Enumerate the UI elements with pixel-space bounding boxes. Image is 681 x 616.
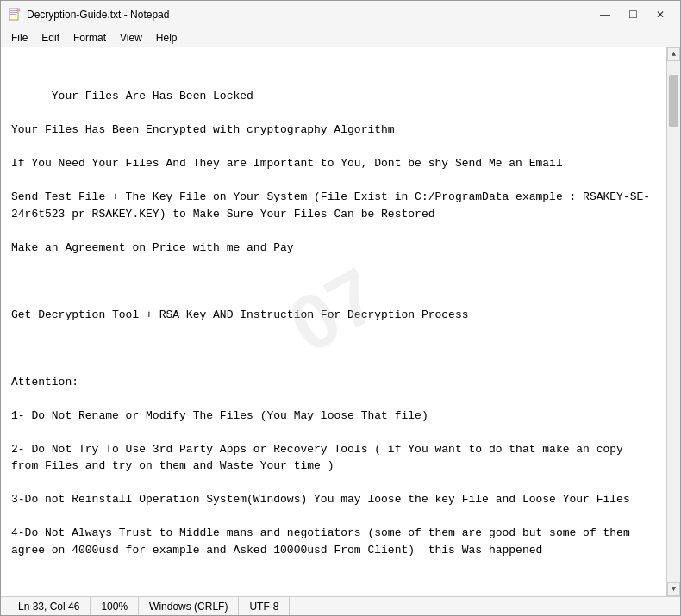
minimize-button[interactable]: — (592, 5, 618, 24)
title-bar-left: Decryption-Guide.txt - Notepad (8, 8, 169, 22)
line-ending-status: Windows (CRLF) (139, 597, 239, 615)
menu-view[interactable]: View (113, 30, 149, 46)
close-button[interactable]: ✕ (647, 5, 673, 24)
svg-rect-3 (10, 14, 16, 15)
window-title: Decryption-Guide.txt - Notepad (27, 9, 169, 21)
menu-edit[interactable]: Edit (34, 30, 66, 46)
svg-rect-1 (10, 10, 17, 11)
menu-file[interactable]: File (4, 30, 34, 46)
document-text: Your Files Are Has Been Locked Your File… (11, 90, 650, 596)
menu-help[interactable]: Help (149, 30, 184, 46)
svg-rect-4 (17, 9, 20, 11)
menu-bar: File Edit Format View Help (1, 28, 680, 47)
line-col-status: Ln 33, Col 46 (8, 597, 91, 615)
content-area: 07 Your Files Are Has Been Locked Your F… (1, 47, 680, 596)
menu-format[interactable]: Format (66, 30, 113, 46)
notepad-icon (8, 8, 22, 22)
scroll-up-arrow[interactable]: ▲ (667, 47, 680, 61)
notepad-window: Decryption-Guide.txt - Notepad — ☐ ✕ Fil… (0, 0, 681, 616)
scrollbar[interactable]: ▲ ▼ (666, 47, 680, 596)
scroll-thumb[interactable] (669, 75, 678, 127)
scroll-down-arrow[interactable]: ▼ (667, 582, 680, 596)
status-bar: Ln 33, Col 46 100% Windows (CRLF) UTF-8 (1, 596, 680, 615)
encoding-status: UTF-8 (239, 597, 290, 615)
svg-rect-2 (10, 12, 17, 13)
maximize-button[interactable]: ☐ (620, 5, 646, 24)
zoom-status: 100% (91, 597, 139, 615)
text-editor[interactable]: 07 Your Files Are Has Been Locked Your F… (1, 47, 666, 596)
title-bar-controls: — ☐ ✕ (592, 5, 673, 24)
title-bar: Decryption-Guide.txt - Notepad — ☐ ✕ (1, 1, 680, 28)
